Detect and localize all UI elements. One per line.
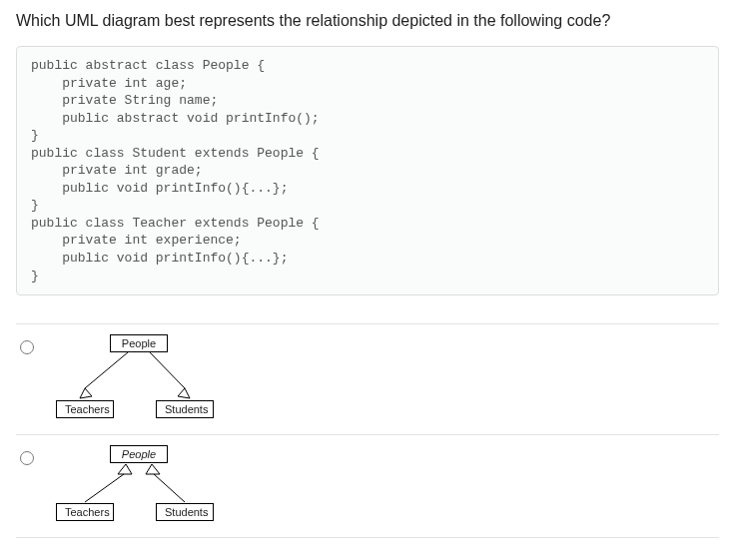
svg-marker-3 [178, 388, 190, 398]
svg-marker-1 [80, 388, 92, 398]
uml-lines [56, 445, 236, 523]
radio-unchecked-icon[interactable] [20, 340, 34, 354]
svg-marker-6 [146, 464, 160, 474]
uml-lines [56, 334, 236, 420]
uml-diagram: People Teachers Students [56, 445, 236, 523]
svg-line-5 [85, 474, 124, 502]
answer-option[interactable]: People Teachers Students [16, 324, 719, 434]
uml-diagram: People Teachers Students [56, 334, 236, 420]
code-block: public abstract class People { private i… [16, 46, 719, 295]
svg-marker-4 [118, 464, 132, 474]
separator [16, 537, 719, 538]
answer-option[interactable]: People Teachers Students [16, 435, 719, 537]
radio-unchecked-icon[interactable] [20, 451, 34, 465]
svg-line-2 [150, 352, 185, 388]
question-text: Which UML diagram best represents the re… [16, 12, 719, 30]
svg-line-0 [85, 352, 128, 388]
svg-line-7 [154, 474, 185, 502]
